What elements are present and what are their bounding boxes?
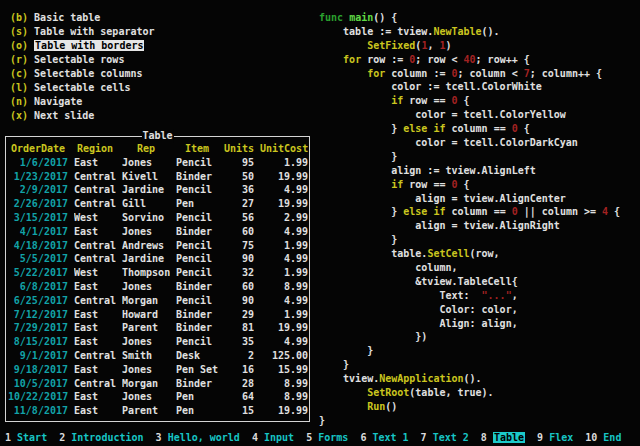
table-cell: 3/15/2017 (8, 211, 68, 225)
table-cell: 11/8/2017 (8, 404, 68, 418)
code-line: } else if column == 0 || column >= 4 { (319, 205, 620, 219)
table-cell: 19.99 (260, 404, 308, 418)
code-line: SetFixed(1, 1) (319, 39, 620, 53)
code-line: if row == 0 { (319, 178, 620, 192)
table-cell: Pencil (176, 266, 218, 280)
table-cell: 1.99 (260, 239, 308, 253)
table-cell: Pencil (176, 252, 218, 266)
table-title: Table (141, 129, 173, 143)
table-cell: 10/5/2017 (8, 377, 68, 391)
table-row[interactable]: 10/22/2017EastJonesPen648.99 (8, 390, 308, 404)
table-panel: Table OrderDateRegionRepItemUnitsUnitCos… (5, 136, 310, 422)
table-cell: 19.99 (260, 321, 308, 335)
table-row[interactable]: 8/15/2017EastJonesPencil354.99 (8, 335, 308, 349)
menu-item-selectable-rows[interactable]: (r) Selectable rows (10, 53, 155, 67)
code-line: } (319, 358, 620, 372)
table-row[interactable]: 9/18/2017EastJonesPen Set1615.99 (8, 363, 308, 377)
code-line: } (319, 344, 620, 358)
status-tab-table[interactable]: 8 Table (481, 432, 525, 443)
table-row[interactable]: 1/6/2017EastJonesPencil951.99 (8, 156, 308, 170)
table-cell: Jones (122, 335, 170, 349)
status-tab-forms[interactable]: 5 Forms (306, 432, 348, 443)
table-row[interactable]: 5/5/2017CentralJardinePencil904.99 (8, 252, 308, 266)
code-token: &tview.TableCell{ (319, 276, 518, 287)
menu-item-label: Selectable rows (34, 54, 124, 65)
table-cell: Pen (176, 404, 218, 418)
table-cell: Pencil (176, 239, 218, 253)
menu-item-label: Next slide (34, 110, 94, 121)
status-tab-label: Forms (318, 432, 348, 443)
code-line: color := tcell.ColorWhite (319, 80, 620, 94)
menu-item-basic-table[interactable]: (b) Basic table (10, 11, 155, 25)
table-row[interactable]: 5/22/2017WestThompsonPencil321.99 (8, 266, 308, 280)
table-row[interactable]: 3/15/2017WestSorvinoPencil562.99 (8, 211, 308, 225)
code-line: func main() { (319, 11, 620, 25)
table-row[interactable]: 6/25/2017CentralMorganPencil904.99 (8, 294, 308, 308)
menu-item-table-with-separator[interactable]: (s) Table with separator (10, 25, 155, 39)
code-token: , (427, 40, 439, 51)
table-cell: Pencil (176, 156, 218, 170)
table-cell: Parent (122, 321, 170, 335)
code-token (319, 401, 367, 412)
table-row[interactable]: 2/26/2017CentralGillPen2719.99 (8, 197, 308, 211)
menu-item-navigate[interactable]: (n) Navigate (10, 95, 155, 109)
table-row[interactable]: 4/18/2017CentralAndrewsPencil751.99 (8, 239, 308, 253)
table-row[interactable]: 11/8/2017EastParentPen1519.99 (8, 404, 308, 418)
status-tab-introduction[interactable]: 2 Introduction (59, 432, 143, 443)
code-token: else (403, 206, 427, 217)
code-token (319, 387, 367, 398)
table-cell: 8.99 (260, 390, 308, 404)
table-cell: Parent (122, 404, 170, 418)
code-token: 40 (464, 54, 476, 65)
table-row[interactable]: 4/1/2017EastJonesBinder604.99 (8, 225, 308, 239)
table-row[interactable]: 7/12/2017EastHowardBinder291.99 (8, 308, 308, 322)
table-row[interactable]: 10/5/2017CentralMorganBinder288.99 (8, 377, 308, 391)
menu-item-label: Selectable columns (34, 68, 142, 79)
status-tab-flex[interactable]: 9 Flex (537, 432, 573, 443)
table-cell: West (74, 266, 116, 280)
menu-item-next-slide[interactable]: (x) Next slide (10, 109, 155, 123)
code-token: align := tview.AlignLeft (319, 165, 536, 176)
status-tab-text-2[interactable]: 7 Text 2 (421, 432, 469, 443)
code-token: } (319, 345, 373, 356)
table-cell: Gill (122, 197, 170, 211)
table-row[interactable]: 9/1/2017CentralSmithDesk2125.00 (8, 349, 308, 363)
status-tab-number: 10 (585, 432, 597, 443)
status-bar: 1 Start 2 Introduction 3 Hello, world 4 … (5, 430, 621, 445)
table-cell: 7/12/2017 (8, 308, 68, 322)
status-tab-text-1[interactable]: 6 Text 1 (360, 432, 408, 443)
table-row[interactable]: 6/8/2017EastJonesBinder608.99 (8, 280, 308, 294)
status-tab-number: 7 (421, 432, 427, 443)
table-cell: Pen (176, 390, 218, 404)
source-code: func main() { table := tview.NewTable().… (319, 11, 620, 428)
status-tab-end[interactable]: 10 End (585, 432, 621, 443)
code-token: table. (319, 248, 427, 259)
table-cell: 28 (224, 377, 254, 391)
table-cell: 4.99 (260, 252, 308, 266)
status-tab-input[interactable]: 4 Input (252, 432, 294, 443)
table-row[interactable]: 2/9/2017CentralJardinePencil364.99 (8, 183, 308, 197)
table-cell: Jardine (122, 252, 170, 266)
table-row[interactable]: 7/29/2017EastParentBinder8119.99 (8, 321, 308, 335)
menu-item-label: Navigate (34, 96, 82, 107)
table-cell: Binder (176, 170, 218, 184)
code-token: column == (445, 123, 511, 134)
code-token: ; row < (415, 54, 463, 65)
menu-item-table-with-borders[interactable]: (o) Table with borders (10, 39, 155, 53)
menu-item-key: (s) (10, 26, 28, 37)
code-line: Text: "...", (319, 289, 620, 303)
menu-item-selectable-cells[interactable]: (l) Selectable cells (10, 81, 155, 95)
code-token: ; row++ { (476, 54, 530, 65)
status-tab-label: Text 1 (372, 432, 408, 443)
table-cell: 4/18/2017 (8, 239, 68, 253)
status-tab-start[interactable]: 1 Start (5, 432, 47, 443)
menu-item-key: (b) (10, 12, 28, 23)
status-tab-number: 4 (252, 432, 258, 443)
code-token (319, 179, 391, 190)
status-tab-hello-world[interactable]: 3 Hello, world (156, 432, 240, 443)
code-token: ; column < (458, 68, 524, 79)
table-cell: 35 (224, 335, 254, 349)
table-row[interactable]: 1/23/2017CentralKivellBinder5019.99 (8, 170, 308, 184)
code-line: color = tcell.ColorDarkCyan (319, 136, 620, 150)
menu-item-selectable-columns[interactable]: (c) Selectable columns (10, 67, 155, 81)
